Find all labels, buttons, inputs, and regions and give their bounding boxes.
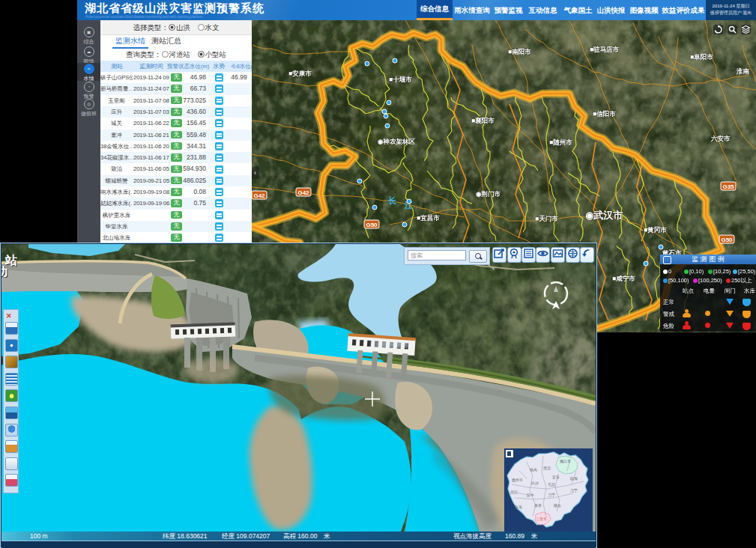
svg-text:◉武汉市: ◉武汉市 bbox=[585, 210, 623, 221]
svg-text:六安市: 六安市 bbox=[710, 135, 731, 142]
svg-text:■信阳市: ■信阳市 bbox=[593, 110, 616, 118]
svg-text:长: 长 bbox=[387, 196, 396, 205]
svg-text:G35: G35 bbox=[722, 183, 734, 190]
svg-text:G42: G42 bbox=[297, 189, 309, 196]
svg-text:陵水: 陵水 bbox=[554, 503, 561, 508]
svg-text:乐东: 乐东 bbox=[515, 505, 522, 509]
svg-text:琼海: 琼海 bbox=[569, 476, 578, 481]
svg-text:■黄冈市: ■黄冈市 bbox=[644, 226, 667, 234]
svg-text:G50: G50 bbox=[721, 237, 733, 243]
svg-text:‹: ‹ bbox=[254, 169, 256, 177]
svg-text:■随州市: ■随州市 bbox=[549, 138, 572, 146]
svg-text:■安康市: ■安康市 bbox=[288, 70, 312, 77]
svg-text:■十堰市: ■十堰市 bbox=[389, 76, 412, 83]
svg-text:G50: G50 bbox=[366, 222, 378, 228]
svg-text:■咸宁市: ■咸宁市 bbox=[612, 275, 635, 282]
svg-text:动: 动 bbox=[1, 265, 7, 278]
svg-text:儋州市: 儋州市 bbox=[511, 478, 523, 483]
svg-text:屯昌: 屯昌 bbox=[548, 482, 555, 487]
svg-text:淮南: 淮南 bbox=[736, 67, 750, 75]
svg-text:■宜昌市: ■宜昌市 bbox=[417, 214, 440, 222]
svg-text:G42: G42 bbox=[253, 192, 265, 199]
svg-text:■襄阳市: ■襄阳市 bbox=[471, 117, 495, 124]
svg-text:临高: 临高 bbox=[530, 467, 537, 472]
svg-text:海口市: 海口市 bbox=[560, 459, 571, 464]
svg-text:◉荆门市: ◉荆门市 bbox=[476, 190, 501, 198]
svg-text:■天门市: ■天门市 bbox=[535, 215, 558, 222]
svg-text:■南阳市: ■南阳市 bbox=[508, 48, 531, 55]
svg-text:万宁: 万宁 bbox=[548, 493, 555, 497]
svg-text:万宁: 万宁 bbox=[570, 488, 578, 493]
svg-text:琼中: 琼中 bbox=[526, 493, 534, 497]
svg-text:保亭: 保亭 bbox=[533, 503, 542, 508]
svg-text:白沙: 白沙 bbox=[531, 481, 539, 486]
svg-text:◉神农架林区: ◉神农架林区 bbox=[378, 138, 415, 145]
svg-text:三亚市: 三亚市 bbox=[536, 517, 547, 521]
svg-text:澄迈: 澄迈 bbox=[543, 466, 551, 471]
svg-text:昌江: 昌江 bbox=[510, 490, 518, 495]
svg-text:定安: 定安 bbox=[552, 475, 560, 480]
svg-text:■阜阳市: ■阜阳市 bbox=[690, 53, 713, 61]
svg-text:■驻马店市: ■驻马店市 bbox=[590, 46, 620, 53]
